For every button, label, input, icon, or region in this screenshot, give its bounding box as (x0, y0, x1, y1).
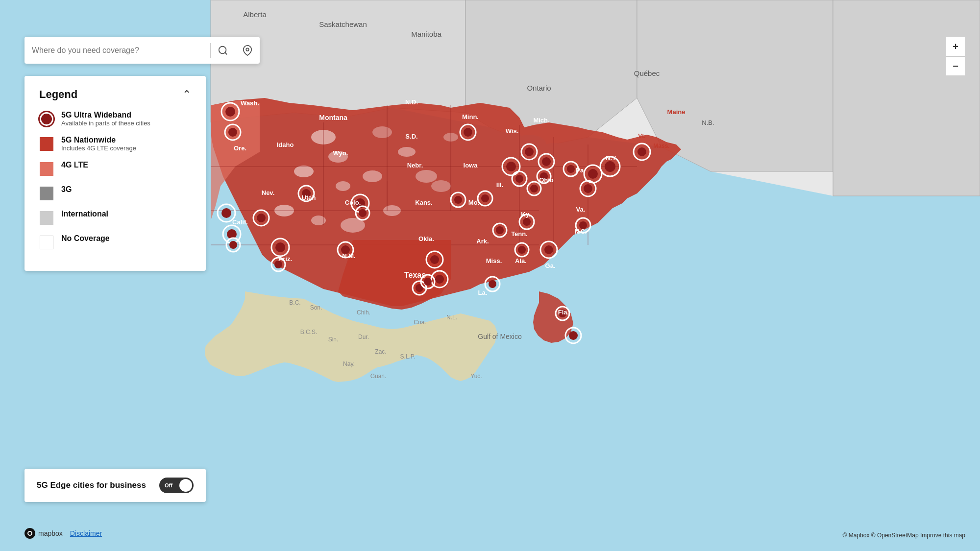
search-button[interactable] (211, 37, 235, 64)
svg-point-166 (246, 48, 249, 51)
toggle-off-label: Off (165, 482, 172, 488)
svg-text:Okla.: Okla. (418, 235, 434, 242)
search-input[interactable] (24, 46, 210, 55)
svg-text:Guan.: Guan. (370, 373, 387, 380)
svg-text:Mass.: Mass. (653, 143, 669, 149)
svg-point-54 (464, 128, 472, 137)
svg-text:Utah: Utah (302, 194, 316, 201)
disclaimer-link[interactable]: Disclaimer (70, 529, 102, 537)
legend-icon-5g-uwb (39, 112, 54, 126)
svg-text:Calif.: Calif. (232, 218, 248, 226)
svg-text:Iowa: Iowa (464, 162, 478, 169)
svg-point-98 (481, 194, 489, 202)
legend-icon-international (39, 211, 54, 225)
svg-text:N.M.: N.M. (342, 252, 355, 260)
svg-point-66 (515, 175, 523, 183)
svg-text:Texas: Texas (404, 271, 426, 279)
legend-sublabel-5g-nationwide: Includes 4G LTE coverage (61, 144, 136, 152)
edge-toggle-switch[interactable]: Off (159, 478, 194, 493)
svg-point-60 (542, 157, 551, 166)
mapbox-text: mapbox (38, 529, 63, 537)
map-container: Saskatchewan Manitoba Alberta Ontario Qu… (0, 0, 980, 551)
svg-text:N.L.: N.L. (446, 314, 457, 321)
legend-label-no-coverage: No Coverage (61, 234, 110, 243)
svg-text:Maine: Maine (667, 108, 686, 116)
svg-text:Nay.: Nay. (343, 360, 355, 367)
svg-point-8 (363, 170, 382, 182)
svg-text:Ill.: Ill. (496, 181, 503, 189)
svg-point-32 (228, 128, 237, 137)
zoom-out-button[interactable]: − (946, 56, 965, 76)
svg-point-96 (454, 196, 462, 204)
legend-collapse-button[interactable]: ⌃ (182, 88, 191, 101)
svg-point-168 (28, 532, 31, 535)
legend-item-4g-lte: 4G LTE (39, 161, 191, 176)
mapbox-logo-icon (24, 528, 35, 539)
legend-text-international: International (61, 210, 108, 218)
svg-text:Fla.: Fla. (558, 309, 569, 316)
svg-text:Zac.: Zac. (375, 348, 386, 355)
svg-text:Yuc.: Yuc. (470, 373, 482, 380)
legend-sublabel-5g-uwb: Available in parts of these cities (61, 120, 150, 127)
svg-text:Ky.: Ky. (521, 211, 530, 218)
svg-point-68 (567, 165, 575, 173)
svg-point-17 (416, 170, 437, 183)
legend-header: Legend ⌃ (39, 88, 191, 101)
legend-text-3g: 3G (61, 185, 72, 194)
svg-text:Wis.: Wis. (506, 127, 519, 135)
legend-label-4g-lte: 4G LTE (61, 161, 88, 169)
svg-point-100 (489, 280, 496, 288)
svg-text:Miss.: Miss. (486, 257, 502, 264)
legend-label-3g: 3G (61, 185, 72, 194)
svg-point-34 (221, 208, 231, 218)
svg-text:Ariz.: Ariz. (278, 255, 292, 263)
svg-text:Mich.: Mich. (533, 117, 549, 124)
svg-text:Colo.: Colo. (345, 199, 361, 206)
svg-text:Va.: Va. (576, 206, 586, 213)
svg-line-165 (225, 52, 227, 54)
legend-panel: Legend ⌃ 5G Ultra Wideband Available in … (24, 76, 206, 271)
svg-point-80 (544, 245, 553, 254)
legend-label-5g-uwb: 5G Ultra Wideband (61, 111, 150, 120)
legend-title: Legend (39, 88, 77, 101)
legend-icon-3g (39, 186, 54, 201)
legend-item-5g-nationwide: 5G Nationwide Includes 4G LTE coverage (39, 136, 191, 152)
legend-item-international: International (39, 210, 191, 225)
svg-point-9 (398, 147, 416, 157)
location-button[interactable] (235, 37, 260, 64)
toggle-knob (179, 479, 192, 492)
svg-text:Ga.: Ga. (545, 262, 556, 269)
zoom-in-button[interactable]: + (946, 37, 965, 56)
svg-point-164 (219, 46, 226, 53)
svg-text:Vt.: Vt. (638, 133, 645, 140)
svg-text:Nev.: Nev. (262, 189, 275, 196)
svg-point-72 (605, 161, 615, 172)
svg-text:Chih.: Chih. (357, 309, 370, 316)
legend-text-5g-nationwide: 5G Nationwide Includes 4G LTE coverage (61, 136, 136, 152)
svg-text:Montana: Montana (319, 114, 347, 121)
svg-point-40 (275, 242, 285, 252)
attribution: © Mapbox © OpenStreetMap Improve this ma… (843, 532, 965, 539)
legend-label-5g-nationwide: 5G Nationwide (61, 136, 136, 144)
svg-point-88 (430, 255, 439, 264)
svg-text:Saskatchewan: Saskatchewan (319, 20, 367, 28)
legend-text-5g-uwb: 5G Ultra Wideband Available in parts of … (61, 111, 150, 127)
svg-text:Sin.: Sin. (328, 336, 339, 343)
svg-point-76 (584, 184, 592, 193)
svg-point-104 (518, 246, 526, 254)
svg-text:N.D.: N.D. (405, 98, 418, 106)
svg-point-86 (523, 218, 531, 226)
search-icon (218, 45, 228, 56)
svg-text:Manitoba: Manitoba (411, 30, 441, 38)
svg-point-6 (294, 166, 314, 177)
svg-text:N.B.: N.B. (702, 119, 714, 126)
svg-point-50 (359, 209, 367, 217)
svg-text:Idaho: Idaho (277, 141, 294, 148)
legend-item-no-coverage: No Coverage (39, 234, 191, 250)
svg-text:Son.: Son. (310, 304, 322, 311)
svg-point-30 (225, 107, 235, 117)
search-bar (24, 37, 260, 64)
svg-text:B.C.S.: B.C.S. (300, 329, 318, 335)
svg-point-74 (637, 147, 646, 156)
svg-point-82 (569, 331, 578, 340)
